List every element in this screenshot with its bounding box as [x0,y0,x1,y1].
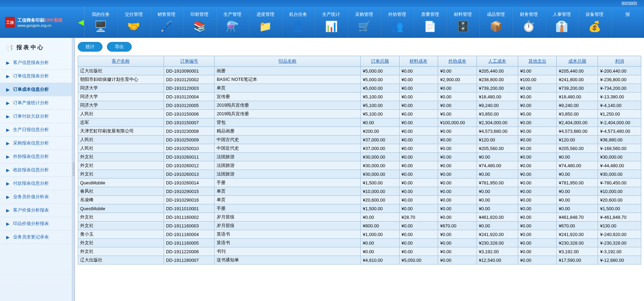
col-header-6[interactable]: 人工成本 [477,56,518,67]
col-header-1[interactable]: 订单编号 [164,56,214,67]
sidebar-item-6[interactable]: ▶采购报表信息分析 [0,137,72,150]
sidebar-item-13[interactable]: ▶业务员变更记录表 [0,230,72,244]
table-row[interactable]: 天津艺虹印刷发展有限公司DD-1910230008精品画册¥200.00¥0.0… [78,127,641,136]
col-header-7[interactable]: 其他支出 [518,56,556,67]
table-row[interactable]: 同济大学DD-19101200052019阅兵宣传册¥5,100.00¥0.00… [78,101,641,110]
cell: ¥1,250.00 [598,110,641,118]
cell: 英语书 [215,239,361,247]
sidebar-item-10[interactable]: ▶业务员价值分析表 [0,190,72,204]
sidebar: 📑 报 表 中 心 ▶客户信息报表分析▶订单信息报表分析▶订单成本信息分析▶订单… [0,38,72,301]
table-row[interactable]: 同济大学DD-1910120003单页¥5,000.00¥0.00¥0.00¥7… [78,84,641,93]
nav-report[interactable]: 报 [611,7,644,38]
col-header-0[interactable]: 客户名称 [78,56,164,67]
cell: ¥0.00 [557,170,598,179]
nav-outsource[interactable]: 外协管理👥 [381,7,414,38]
nav-finished[interactable]: 成品管理📦 [479,7,512,38]
nav-finance-icon: ⏱️ [521,19,537,33]
table-row[interactable]: 外文社DD-1911160005英语书¥0.00¥0.00¥0.00¥230,3… [78,239,641,247]
nav-quality-icon: 📄 [422,19,438,33]
nav-production[interactable]: 生产管理⚗️ [216,7,249,38]
sidebar-item-2[interactable]: ▶订单成本信息分析 [0,83,72,96]
cell: ¥-780,450.00 [598,179,641,187]
table-row[interactable]: 黄小玉DD-1911160004英语书¥1,000.00¥0.00¥0.00¥2… [78,230,641,239]
nav-purchase[interactable]: 采购管理🛒 [348,7,381,38]
cell: ¥0.00 [518,84,556,93]
cell: DD-1910120005 [164,101,214,110]
nav-my-tasks[interactable]: 我的任务🖥️ [84,7,117,38]
table-row[interactable]: 人民社DD-1910250010中国近代史¥37,000.00¥0.00¥0.0… [78,144,641,153]
sidebar-splitter[interactable] [72,38,75,301]
table-row[interactable]: 朝阳市妇幼保健计划生育中心DD-1910120002BASIC NOTE笔记本¥… [78,75,641,84]
cell: 志军 [78,118,164,127]
table-row[interactable]: 志军DD-1910150007背包¥0.00¥0.00¥100,000.00¥2… [78,118,641,127]
nav-contact[interactable]: 交往管理🤝 [117,7,150,38]
table-row[interactable]: 同济大学DD-1910120004宣传册¥5,100.00¥0.00¥0.00¥… [78,93,641,101]
sidebar-item-5[interactable]: ▶生产日报信息分析 [0,123,72,137]
cell: ¥670.00 [438,222,477,230]
arrow-icon: ▶ [6,127,10,132]
sidebar-item-label: 订单成本信息分析 [13,86,49,93]
nav-label: 设备管理 [586,11,603,18]
sidebar-item-0[interactable]: ▶客户信息报表分析 [0,56,72,69]
nav-quality[interactable]: 质量管理📄 [414,7,447,38]
nav-equipment[interactable]: 设备管理💰 [578,7,611,38]
table-row[interactable]: 外文社DD-1910260011法国旅游¥30,000.00¥0.00¥0.00… [78,153,641,161]
cell: ¥9,240.00 [557,101,598,110]
col-header-8[interactable]: 成本总额 [557,56,598,67]
table-row[interactable]: 辽大出版社DD-1911280007送书通知单¥4,910.00¥5,050.0… [78,256,641,265]
cell: 法国旅游 [215,161,361,170]
stat-button[interactable]: 统计 [78,42,102,52]
cell: ¥-4,573,480.00 [598,127,641,136]
col-header-9[interactable]: 利润 [598,56,641,67]
table-row[interactable]: 辽大出版社DD-1910090001画册¥5,000.00¥0.00¥0.00¥… [78,67,641,75]
col-header-3[interactable]: 订单总额 [361,56,399,67]
cell: ¥9,240.00 [477,101,518,110]
table-row[interactable]: QuestMobileDD-1910260014手册¥1,500.00¥0.00… [78,179,641,187]
cell: ¥0.00 [438,153,477,161]
table-row[interactable]: 外文社DD-1911160003岁月留痕¥800.00¥0.00¥670.00¥… [78,222,641,230]
table-row[interactable]: 人民社DD-1910250009中国古代史¥37,000.00¥0.00¥0.0… [78,136,641,144]
export-button[interactable]: 导出 [107,42,132,52]
arrow-icon: ▶ [6,181,10,186]
table-row[interactable]: 人民社DD-19101500062019阅兵宣传册¥5,100.00¥0.00¥… [78,110,641,118]
sidebar-item-3[interactable]: ▶订单产值统计分析 [0,96,72,110]
nav-material[interactable]: 材料管理🗄️ [446,7,479,38]
nav-progress[interactable]: 进度管理📁 [249,7,282,38]
cell: ¥36,880.00 [598,136,641,144]
user-link[interactable]: gongxin [621,0,637,5]
cell: 画册 [215,67,361,75]
sidebar-item-1[interactable]: ▶订单信息报表分析 [0,69,72,83]
sidebar-item-12[interactable]: ▶印品价值分析报表 [0,217,72,230]
col-header-2[interactable]: 印品名称 [215,56,361,67]
collapse-arrow-icon[interactable]: ◀ [77,17,84,28]
col-header-4[interactable]: 材料成本 [399,56,438,67]
cell: ¥0.00 [557,153,598,161]
table-row[interactable]: QuestMobileDD-1911010001手册¥1,500.00¥0.00… [78,204,641,213]
sidebar-item-11[interactable]: ▶客户价值分析报表 [0,204,72,217]
sidebar-item-4[interactable]: ▶订单付款欠款分析 [0,110,72,123]
table-row[interactable]: 外文社DD-1911160002岁月留痕¥0.00¥28.70¥0.00¥461… [78,213,641,222]
arrow-icon: ▶ [6,100,10,106]
nav-finance[interactable]: 财务管理⏱️ [512,7,545,38]
nav-machine[interactable]: 机台任务👤 [282,7,315,38]
nav-stats[interactable]: 生产统计📊 [315,7,348,38]
cell: ¥1,500.00 [361,204,399,213]
cell: QuestMobile [78,204,164,213]
sidebar-item-label: 付款报表信息分析 [13,180,49,186]
table-row[interactable]: 外文社DD-1910260013法国旅游¥30,000.00¥0.00¥0.00… [78,170,641,179]
nav-sales[interactable]: 销售管理🖊️ [150,7,183,38]
arrow-icon: ▶ [6,114,10,119]
table-row[interactable]: 春风社DD-1910290015单页¥10,000.00¥0.00¥0.00¥0… [78,187,641,196]
col-header-5[interactable]: 外协成本 [438,56,477,67]
sidebar-item-9[interactable]: ▶付款报表信息分析 [0,177,72,190]
nav-hr[interactable]: 人事管理👔 [545,7,578,38]
table-row[interactable]: 外文社DD-1911220006书刊¥0.00¥0.00¥0.00¥3,192.… [78,247,641,256]
sidebar-item-7[interactable]: ▶外协报表信息分析 [0,150,72,163]
table-row[interactable]: 岳凌峰DD-1910290016单页¥20,600.00¥0.00¥0.00¥0… [78,196,641,204]
nav-prepress[interactable]: 印前管理📚 [183,7,216,38]
table-row[interactable]: 外文社DD-1910260012法国旅游¥30,000.00¥0.00¥0.00… [78,161,641,170]
cell: 春风社 [78,187,164,196]
report-center-icon: 📑 [6,44,13,51]
nav-my-tasks-icon: 🖥️ [92,19,109,33]
sidebar-item-8[interactable]: ▶收款报表信息分析 [0,163,72,177]
